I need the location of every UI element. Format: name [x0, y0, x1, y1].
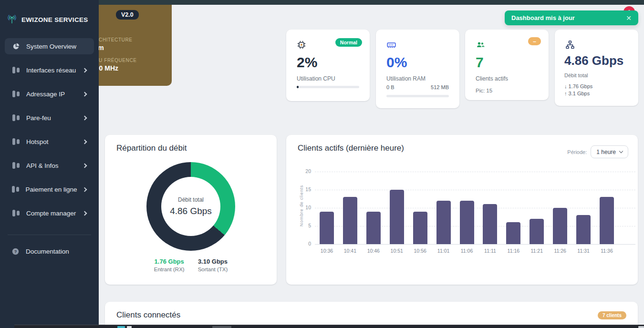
x-tick-label: 10:56 — [409, 248, 432, 254]
router-field-cpu-fr-quence: CPU FRÉQUENCE800 MHz — [92, 58, 163, 72]
sidebar-item-system-overview[interactable]: System Overview — [5, 38, 94, 54]
legend-value: 1.76 Gbps — [154, 258, 185, 265]
bar-11:31[interactable] — [576, 215, 591, 244]
router-field-value: arm — [92, 44, 163, 51]
users-icon — [476, 40, 486, 50]
active-clients-chart-card: Clients actifs (dernière heure) Période:… — [286, 135, 638, 285]
bar-10:56[interactable] — [413, 212, 427, 244]
x-tick-label: 11:16 — [502, 248, 525, 254]
chevron-right-icon — [83, 92, 87, 96]
donut-center: Débit total 4.86 Gbps — [161, 177, 220, 236]
interfaces-icon — [11, 113, 20, 122]
taskbar-segment[interactable] — [638, 326, 644, 328]
legend-label: Sortant (TX) — [198, 266, 228, 272]
chevron-right-icon — [83, 68, 87, 72]
trend-badge: – — [528, 37, 541, 45]
sidebar: EWIZONE SERVICES System OverviewInterfac… — [0, 0, 99, 328]
router-field-architecture: ARCHITECTUREarm — [92, 37, 163, 51]
legend-label: Entrant (RX) — [154, 266, 185, 272]
sidebar-item-interfaces-r-seau[interactable]: Interfaces réseau — [5, 62, 94, 78]
sidebar-item-label: Documentation — [26, 248, 87, 255]
connected-clients-title: Clients connectés — [116, 310, 180, 320]
sidebar-item-paiement-en-ligne[interactable]: Paiement en ligne — [5, 181, 94, 197]
bar-11:21[interactable] — [530, 219, 544, 244]
y-tick-label: 20 — [295, 168, 311, 174]
y-tick-label: 15 — [295, 186, 311, 192]
bar-11:16[interactable] — [506, 222, 520, 244]
legend-item-entrant-rx: 1.76 GbpsEntrant (RX) — [154, 258, 185, 272]
interfaces-icon — [11, 161, 20, 170]
throughput-value: 4.86 Gbps — [564, 53, 623, 68]
donut-center-label: Débit total — [178, 196, 204, 203]
bar-10:46[interactable] — [366, 212, 381, 244]
sidebar-item-hotspot[interactable]: Hotspot — [5, 133, 94, 150]
toast-close-icon[interactable]: ✕ — [626, 14, 632, 22]
network-hub-icon — [565, 40, 575, 50]
sidebar-item-label: API & Infos — [26, 162, 77, 169]
sidebar-item-label: System Overview — [26, 43, 87, 50]
ram-label: Utilisation RAM — [386, 75, 426, 82]
sidebar-divider — [8, 235, 91, 235]
y-tick-label: 0 — [295, 241, 311, 246]
brand: EWIZONE SERVICES — [7, 14, 88, 25]
bar-11:36[interactable] — [600, 197, 614, 244]
bar-11:26[interactable] — [553, 208, 567, 244]
ram-range: 0 B 512 MB — [386, 84, 449, 90]
taskbar-strip[interactable] — [14, 325, 644, 328]
bar-10:51[interactable] — [390, 190, 404, 244]
x-tick-label: 11:01 — [432, 248, 455, 254]
taskbar-app-icon[interactable] — [127, 326, 132, 328]
ram-used: 0 B — [386, 84, 395, 90]
bar-11:01[interactable] — [436, 201, 451, 244]
x-tick-label: 10:46 — [362, 248, 385, 254]
x-tick-label: 11:31 — [572, 248, 595, 254]
taskbar-app-icon[interactable] — [117, 326, 125, 328]
cpu-status-badge: Normal — [335, 38, 362, 47]
x-tick-label: 11:26 — [549, 248, 571, 254]
x-tick-label: 10:51 — [385, 248, 408, 254]
pie-chart-icon — [11, 42, 20, 51]
bar-10:41[interactable] — [343, 197, 357, 244]
bar-11:11[interactable] — [483, 204, 497, 244]
traffic-split-card: Répartition du débit Débit total 4.86 Gb… — [105, 135, 277, 285]
svg-text:?: ? — [14, 249, 17, 254]
sidebar-item-api-infos[interactable]: API & Infos — [5, 157, 94, 174]
sidebar-item-adressage-ip[interactable]: Adressage IP — [5, 86, 94, 102]
x-tick-label: 10:36 — [315, 248, 338, 254]
toast-message: Dashboard mis à jour — [511, 14, 626, 21]
clients-value: 7 — [476, 54, 484, 71]
bar-11:06[interactable] — [460, 201, 474, 244]
cpu-label: Utilisation CPU — [297, 75, 335, 82]
cpu-card: Normal 2% Utilisation CPU — [286, 30, 370, 101]
ram-progress-track — [386, 95, 449, 97]
x-tick-label: 11:21 — [525, 248, 548, 254]
sidebar-item-label: Adressage IP — [26, 91, 77, 98]
ram-total: 512 MB — [431, 84, 449, 90]
cpu-value: 2% — [297, 54, 317, 71]
sidebar-item-pare-feu[interactable]: Pare-feu — [5, 110, 94, 126]
throughput-label: Débit total — [564, 72, 588, 78]
dashboard-screen: EWIZONE SERVICES System OverviewInterfac… — [0, 0, 644, 328]
sidebar-item-label: Interfaces réseau — [26, 67, 77, 74]
sidebar-item-documentation[interactable]: ? Documentation — [5, 243, 94, 259]
y-tick-label: 5 — [295, 223, 311, 228]
interfaces-icon — [11, 137, 20, 146]
clients-peak: Pic: 15 — [476, 88, 492, 93]
sidebar-item-label: Pare-feu — [26, 114, 77, 122]
cpu-progress-track — [297, 86, 359, 88]
taskbar-segment[interactable] — [212, 326, 231, 328]
connected-clients-card: Clients connectés 7 clients — [105, 302, 638, 328]
brand-label: EWIZONE SERVICES — [21, 16, 88, 23]
bar-10:36[interactable] — [320, 212, 334, 244]
gridline-20 — [315, 172, 635, 172]
clients-label: Clients actifs — [476, 75, 508, 82]
sidebar-item-compte-manager[interactable]: Compte manager — [5, 205, 94, 221]
chevron-right-icon — [83, 115, 87, 120]
throughput-upload: ↑ 3.1 Gbps — [564, 91, 590, 96]
router-field-label: ARCHITECTURE — [92, 37, 163, 42]
x-tick-label: 11:36 — [595, 248, 618, 254]
interfaces-icon — [11, 90, 20, 98]
interfaces-icon — [11, 209, 20, 217]
chevron-right-icon — [83, 187, 87, 192]
throughput-download: ↓ 1.76 Gbps — [564, 83, 592, 89]
